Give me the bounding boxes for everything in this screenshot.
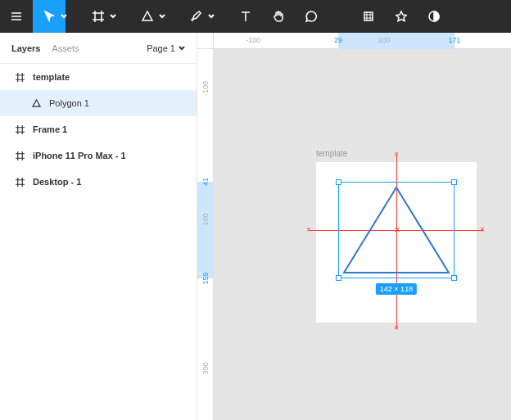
chevron-down-icon <box>179 45 185 52</box>
frame-icon <box>13 73 26 82</box>
layer-item[interactable]: template <box>0 64 197 90</box>
resize-handle-tl[interactable] <box>336 179 341 185</box>
vertical-ruler: -10041100159300 <box>197 49 214 420</box>
ruler-tick: 159 <box>201 272 210 284</box>
hand-tool[interactable] <box>262 0 295 33</box>
menu-icon[interactable] <box>0 0 33 33</box>
layer-item[interactable]: Polygon 1 <box>0 90 197 116</box>
page-selector-label: Page 1 <box>147 43 175 53</box>
frame-tool-chevron-icon[interactable] <box>110 0 120 33</box>
move-tool-chevron-icon[interactable] <box>61 0 70 33</box>
resize-handle-tr[interactable] <box>451 179 457 185</box>
mask-tool[interactable] <box>385 0 418 33</box>
ruler-corner <box>197 33 214 49</box>
ruler-tick: 41 <box>201 178 210 186</box>
canvas-area: -10029100171 -10041100159300 template×××… <box>197 33 511 420</box>
tab-assets[interactable]: Assets <box>52 43 79 53</box>
selection-bbox[interactable] <box>338 182 454 278</box>
ruler-tick: 29 <box>334 36 342 44</box>
ruler-tick: 171 <box>448 36 460 44</box>
svg-rect-0 <box>364 12 373 20</box>
ruler-tick: -100 <box>201 81 210 96</box>
ruler-tick: 100 <box>378 36 390 44</box>
tab-layers[interactable]: Layers <box>11 43 40 53</box>
resize-handle-br[interactable] <box>451 275 457 281</box>
canvas[interactable]: template××××✕142 × 118 <box>214 49 511 420</box>
layer-name: Frame 1 <box>33 124 67 134</box>
top-toolbar <box>0 0 511 33</box>
guide-mark: × <box>480 226 485 234</box>
layer-name: Polygon 1 <box>49 98 89 108</box>
ruler-h-selection <box>338 33 454 49</box>
layer-item[interactable]: Frame 1 <box>0 116 197 142</box>
pen-tool-chevron-icon[interactable] <box>208 0 218 33</box>
ruler-tick: 100 <box>201 213 210 225</box>
panel-header: Layers Assets Page 1 <box>0 33 197 64</box>
polygon-tool-chevron-icon[interactable] <box>159 0 169 33</box>
ruler-tick: 300 <box>201 362 210 374</box>
guide-mark: × <box>394 324 399 332</box>
comment-tool[interactable] <box>295 0 328 33</box>
frame-icon <box>13 125 26 134</box>
ruler-tick: -100 <box>246 36 260 44</box>
guide-mark: × <box>306 226 311 234</box>
component-tool[interactable] <box>352 0 385 33</box>
contrast-tool[interactable] <box>418 0 450 33</box>
layer-item[interactable]: Desktop - 1 <box>0 169 197 195</box>
frame-icon <box>13 178 26 187</box>
layers-panel: Layers Assets Page 1 templatePolygon 1Fr… <box>0 33 197 420</box>
horizontal-ruler: -10029100171 <box>214 33 511 49</box>
polygon-icon <box>29 99 43 108</box>
layer-list: templatePolygon 1Frame 1iPhone 11 Pro Ma… <box>0 64 197 195</box>
frame-icon <box>13 151 26 160</box>
text-tool[interactable] <box>229 0 262 33</box>
page-selector[interactable]: Page 1 <box>147 43 185 53</box>
layer-name: Desktop - 1 <box>33 177 81 187</box>
layer-name: iPhone 11 Pro Max - 1 <box>33 151 126 160</box>
main-area: Layers Assets Page 1 templatePolygon 1Fr… <box>0 33 511 420</box>
layer-name: template <box>33 72 70 82</box>
frame-label[interactable]: template <box>316 149 347 158</box>
dimensions-badge: 142 × 118 <box>376 283 417 295</box>
guide-mark: × <box>394 151 399 159</box>
layer-item[interactable]: iPhone 11 Pro Max - 1 <box>0 142 197 169</box>
resize-handle-bl[interactable] <box>336 275 341 281</box>
ruler-v-selection <box>197 182 214 278</box>
